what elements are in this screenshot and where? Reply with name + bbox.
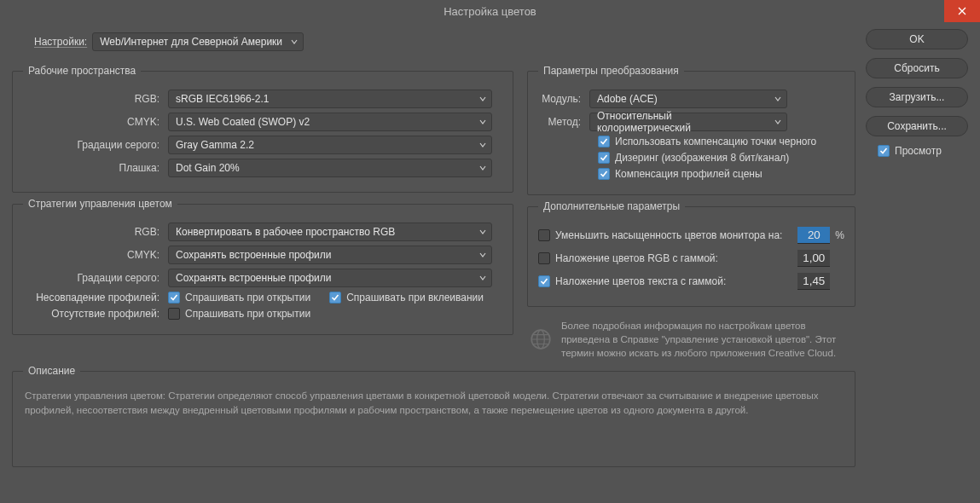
gray-label: Градации серого:	[23, 139, 168, 151]
mismatch-label: Несовпадение профилей:	[23, 292, 168, 304]
workspaces-legend: Рабочие пространства	[23, 65, 141, 77]
engine-label: Модуль:	[538, 93, 589, 105]
cmyk-label: CMYK:	[23, 116, 168, 128]
conversion-group: Параметры преобразования Модуль: Adobe (…	[527, 65, 855, 195]
close-button[interactable]	[944, 0, 980, 22]
title-bar: Настройка цветов	[0, 0, 980, 22]
info-block: Более подробная информация по настройкам…	[527, 319, 855, 360]
chevron-down-icon	[479, 275, 486, 281]
workspaces-group: Рабочие пространства RGB: sRGB IEC61966-…	[12, 65, 513, 193]
cancel-button[interactable]: Сбросить	[866, 58, 968, 78]
load-button[interactable]: Загрузить...	[866, 87, 968, 107]
chevron-down-icon	[479, 95, 486, 102]
chevron-down-icon	[479, 252, 486, 258]
blend-rgb-checkbox[interactable]: Наложение цветов RGB с гаммой:	[538, 252, 718, 264]
description-legend: Описание	[23, 365, 80, 377]
window-title: Настройка цветов	[444, 5, 536, 18]
chevron-down-icon	[774, 95, 781, 102]
conversion-legend: Параметры преобразования	[538, 65, 684, 77]
policy-cmyk-label: CMYK:	[23, 249, 168, 261]
preview-checkbox[interactable]: Просмотр	[878, 145, 942, 157]
workspace-cmyk-select[interactable]: U.S. Web Coated (SWOP) v2	[168, 113, 492, 131]
desaturate-input[interactable]	[797, 227, 830, 244]
presets-label: Настройки:	[34, 36, 87, 48]
chevron-down-icon	[479, 228, 486, 235]
policy-cmyk-select[interactable]: Сохранять встроенные профили	[168, 246, 492, 264]
policies-group: Стратегии управления цветом RGB: Конверт…	[12, 198, 513, 335]
ok-button[interactable]: OK	[866, 29, 968, 49]
workspace-gray-select[interactable]: Gray Gamma 2.2	[168, 136, 492, 154]
desaturate-checkbox[interactable]: Уменьшить насыщенность цветов монитора н…	[538, 229, 782, 241]
description-group: Описание Стратегии управления цветом: Ст…	[12, 365, 855, 467]
rgb-label: RGB:	[23, 93, 168, 105]
description-text: Стратегии управления цветом: Стратегии о…	[23, 385, 844, 420]
chevron-down-icon	[774, 119, 781, 125]
missing-ask-open-checkbox[interactable]: Спрашивать при открытии	[168, 308, 310, 320]
missing-label: Отсутствие профилей:	[23, 308, 168, 320]
workspace-rgb-select[interactable]: sRGB IEC61966-2.1	[168, 90, 492, 108]
intent-select[interactable]: Относительный колориметрический	[589, 113, 787, 131]
chevron-down-icon	[479, 165, 486, 171]
policy-rgb-select[interactable]: Конвертировать в рабочее пространство RG…	[168, 223, 492, 241]
policy-rgb-label: RGB:	[23, 226, 168, 238]
bpc-checkbox[interactable]: Использовать компенсацию точки черного	[598, 136, 816, 147]
chevron-down-icon	[479, 142, 486, 148]
blend-text-checkbox[interactable]: Наложение цветов текста с гаммой:	[538, 275, 726, 287]
dither-checkbox[interactable]: Дизеринг (изображения 8 бит/канал)	[598, 152, 789, 164]
scene-checkbox[interactable]: Компенсация профилей сцены	[598, 168, 763, 180]
spot-label: Плашка:	[23, 162, 168, 174]
globe-icon	[529, 319, 553, 360]
engine-select[interactable]: Adobe (ACE)	[589, 90, 787, 108]
workspace-spot-select[interactable]: Dot Gain 20%	[168, 159, 492, 177]
blend-text-input[interactable]	[797, 273, 830, 290]
advanced-group: Дополнительные параметры Уменьшить насыщ…	[527, 200, 855, 307]
ask-paste-checkbox[interactable]: Спрашивать при вклеивании	[329, 292, 484, 304]
policies-legend: Стратегии управления цветом	[23, 198, 177, 210]
policy-gray-label: Градации серого:	[23, 272, 168, 284]
presets-select[interactable]: Web/Интернет для Северной Америки	[92, 32, 304, 51]
chevron-down-icon	[479, 119, 486, 125]
info-text: Более подробная информация по настройкам…	[561, 319, 854, 360]
blend-rgb-input[interactable]	[797, 250, 830, 267]
ask-open-checkbox[interactable]: Спрашивать при открытии	[168, 292, 310, 304]
policy-gray-select[interactable]: Сохранять встроенные профили	[168, 269, 492, 287]
close-icon	[958, 7, 966, 15]
advanced-legend: Дополнительные параметры	[538, 200, 685, 212]
intent-label: Метод:	[538, 116, 589, 128]
save-button[interactable]: Сохранить...	[866, 116, 968, 136]
chevron-down-icon	[291, 38, 298, 45]
